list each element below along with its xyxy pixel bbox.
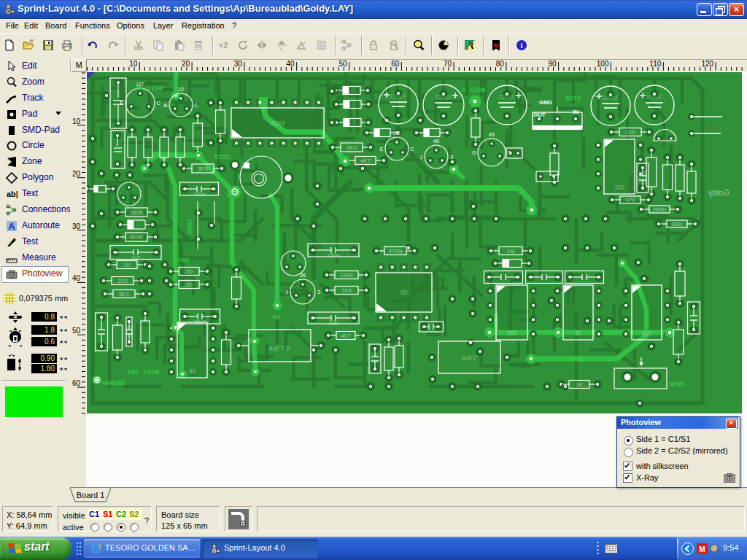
svg-text:IN: IN xyxy=(573,109,578,115)
svg-text:1K6: 1K6 xyxy=(341,287,352,294)
svg-text:1K: 1K xyxy=(123,262,131,268)
svg-text:2K2: 2K2 xyxy=(347,144,357,151)
svg-text:OUT: OUT xyxy=(533,112,546,118)
svg-text:4124: 4124 xyxy=(270,120,285,127)
svg-text:DISC: DISC xyxy=(214,154,231,161)
svg-text:3: 3 xyxy=(317,289,320,295)
svg-text:1M: 1M xyxy=(506,248,514,254)
svg-text:110: 110 xyxy=(649,60,661,68)
svg-text:40: 40 xyxy=(287,60,295,68)
svg-text:E: E xyxy=(379,146,383,152)
svg-text:220uF: 220uF xyxy=(646,93,663,101)
svg-text:REC SIGN: REC SIGN xyxy=(128,369,159,376)
svg-text:4uF7 P: 4uF7 P xyxy=(268,345,290,352)
svg-text:3: 3 xyxy=(450,154,453,160)
svg-text:400K: 400K xyxy=(130,234,144,241)
svg-text:470: 470 xyxy=(625,197,635,203)
svg-text:B: B xyxy=(163,102,167,109)
svg-text:Board 1: Board 1 xyxy=(77,491,105,499)
svg-text:2u2: 2u2 xyxy=(131,254,141,261)
svg-text:220K: 220K xyxy=(327,252,340,259)
svg-text:220uF: 220uF xyxy=(498,93,516,101)
svg-text:C: C xyxy=(410,146,414,152)
svg-text:GROUND: GROUND xyxy=(102,380,126,387)
svg-text:4K7: 4K7 xyxy=(360,158,371,164)
svg-text:M: M xyxy=(699,545,705,553)
svg-text:10: 10 xyxy=(129,60,138,68)
svg-text:358: 358 xyxy=(614,184,624,191)
svg-text:220uF: 220uF xyxy=(435,93,452,101)
svg-text:22R: 22R xyxy=(625,129,636,136)
svg-text:50: 50 xyxy=(72,327,81,335)
svg-text:4K7: 4K7 xyxy=(341,332,352,339)
svg-text:i: i xyxy=(520,41,522,50)
svg-text:1K: 1K xyxy=(576,381,583,388)
svg-text:200K: 200K xyxy=(653,206,667,213)
svg-text:S: S xyxy=(507,149,511,156)
svg-text:2D: 2D xyxy=(185,281,193,288)
svg-text:100K: 100K xyxy=(340,272,354,279)
svg-text:90: 90 xyxy=(549,60,557,68)
svg-text:+5V: +5V xyxy=(177,257,190,265)
svg-text:10N: 10N xyxy=(328,320,338,327)
svg-text:ab|: ab| xyxy=(7,190,18,198)
svg-text:393: 393 xyxy=(641,330,651,337)
svg-text:TR SIGN: TR SIGN xyxy=(135,85,163,93)
svg-text:3C: 3C xyxy=(574,330,582,337)
svg-text:220: 220 xyxy=(117,278,128,284)
svg-text:30: 30 xyxy=(234,60,243,68)
svg-text:J: J xyxy=(419,154,422,160)
svg-text:4uF7: 4uF7 xyxy=(462,354,477,362)
svg-text:5K1: 5K1 xyxy=(119,291,130,298)
svg-text:- 5V: - 5V xyxy=(265,314,281,322)
svg-text:70: 70 xyxy=(444,60,452,68)
svg-text:30: 30 xyxy=(72,222,81,230)
svg-text:20: 20 xyxy=(182,60,190,68)
svg-text:C: C xyxy=(194,102,198,109)
svg-text:50: 50 xyxy=(338,60,347,68)
svg-text:A SIGN: A SIGN xyxy=(462,87,485,94)
svg-text:80: 80 xyxy=(496,60,505,68)
svg-text:33K: 33K xyxy=(672,221,683,228)
svg-text:60: 60 xyxy=(391,60,400,68)
svg-text:10uF: 10uF xyxy=(193,319,206,325)
svg-text:60: 60 xyxy=(72,379,81,387)
svg-text:95: 95 xyxy=(189,368,196,375)
svg-text:100n: 100n xyxy=(193,191,206,198)
svg-text:M: M xyxy=(494,42,499,49)
svg-text:20: 20 xyxy=(72,170,81,178)
svg-text:×2: ×2 xyxy=(219,41,228,50)
svg-text:330K: 330K xyxy=(130,209,144,216)
svg-text:2D: 2D xyxy=(185,268,193,275)
svg-text:A: A xyxy=(8,221,15,232)
svg-text:308: 308 xyxy=(506,330,516,337)
svg-text:100: 100 xyxy=(597,60,609,68)
svg-text:Goldy: Goldy xyxy=(708,188,729,197)
svg-text:GRND: GRND xyxy=(185,219,193,235)
svg-text:40: 40 xyxy=(72,274,81,282)
svg-text:G: G xyxy=(472,149,476,156)
svg-text:SENS: SENS xyxy=(669,381,685,389)
svg-text:220uF: 220uF xyxy=(390,93,407,100)
svg-text:E: E xyxy=(120,100,123,106)
svg-text:C: C xyxy=(156,100,160,106)
svg-text:BATT: BATT xyxy=(565,96,581,103)
svg-text:120: 120 xyxy=(701,60,713,68)
svg-text:J: J xyxy=(285,289,288,295)
svg-text:GND: GND xyxy=(539,99,552,106)
svg-text:45: 45 xyxy=(489,131,495,138)
svg-text:10: 10 xyxy=(72,117,81,125)
svg-text:22: 22 xyxy=(178,86,184,93)
svg-text:470N: 470N xyxy=(388,248,402,254)
svg-text:220uF: 220uF xyxy=(602,94,619,101)
svg-text:26: 26 xyxy=(300,272,306,279)
svg-text:22: 22 xyxy=(394,130,400,136)
svg-text:3R3: 3R3 xyxy=(198,166,209,172)
svg-text:58: 58 xyxy=(400,289,407,296)
svg-text:40: 40 xyxy=(433,138,439,144)
